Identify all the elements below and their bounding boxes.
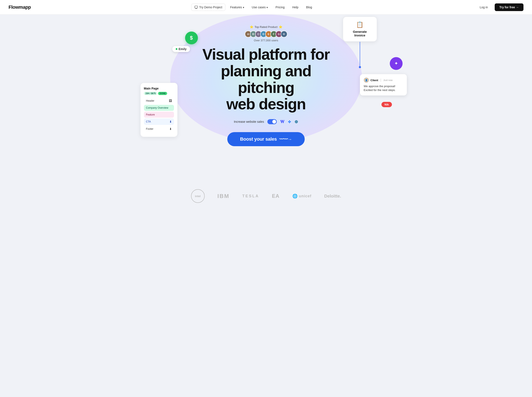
headline-line2: planning and pitching <box>221 62 311 96</box>
try-free-button[interactable]: Try for free → <box>495 3 524 11</box>
top-rated-badge: ⭐ Top Rated Product ⭐ <box>250 25 282 29</box>
toggle-label: Increase website sales <box>234 120 264 123</box>
try-free-label: Try for free → <box>499 6 519 9</box>
sidebar-mock-item-header: Header 🖼 <box>144 98 174 104</box>
emily-tag: Emily <box>172 46 190 52</box>
unicef-globe-icon: 🌐 <box>292 193 298 198</box>
sidebar-item-footer-label: Footer <box>146 127 154 130</box>
boost-sales-button[interactable]: Boost your sales 〰〰→ <box>227 132 305 146</box>
try-demo-button[interactable]: Try Demo Project <box>191 4 225 11</box>
client-approval-card: 👤 Client | Just now We approve the propo… <box>360 74 407 95</box>
deloitte-logo: Deloitte. <box>324 194 341 198</box>
webflow-icon: 𝐖 <box>280 119 284 124</box>
header-icon: 🖼 <box>169 99 172 103</box>
badge-hours: 15H / $675 <box>144 92 157 95</box>
demo-icon <box>194 6 198 9</box>
unicef-logo: 🌐 unicef <box>292 193 312 198</box>
svg-rect-0 <box>195 6 198 8</box>
client-time: Just now <box>383 79 393 81</box>
tesla-logo: TESLA <box>242 194 259 198</box>
nik-tag: Nik <box>382 102 392 107</box>
toggle-switch[interactable] <box>267 119 277 124</box>
features-nav-link[interactable]: Features <box>227 4 247 11</box>
sidebar-item-cta-label: CTA <box>146 120 151 123</box>
badge-done: DONE <box>158 92 167 95</box>
login-button[interactable]: Log in <box>476 4 492 11</box>
intel-logo: intel <box>191 189 205 203</box>
wordpress-icon: ⊕ <box>294 119 298 124</box>
dollar-bubble: $ <box>185 31 198 44</box>
sidebar-mock-item-cta: CTA ⬇ <box>144 118 174 125</box>
emily-status-dot <box>176 48 177 50</box>
invoice-card: 📋 GenerateInvoice <box>343 17 377 42</box>
sidebar-item-header-label: Header <box>146 99 154 102</box>
avatar-8: H <box>281 31 288 37</box>
help-nav-link[interactable]: Help <box>289 4 301 11</box>
use-cases-label: Use cases <box>252 6 266 9</box>
ibm-logo: IBM <box>218 193 230 199</box>
logo: Flowmapp <box>8 5 31 10</box>
badge-text: Top Rated Product <box>255 25 278 29</box>
connector-line <box>360 42 360 67</box>
sidebar-mock-item-footer: Footer ⬇ <box>144 126 174 132</box>
use-cases-chevron-icon <box>267 6 268 9</box>
nav-right: Log in Try for free → <box>476 3 524 11</box>
try-demo-label: Try Demo Project <box>199 6 222 9</box>
sidebar-page-title: Main Page <box>144 87 174 90</box>
star-icon-right: ⭐ <box>279 25 282 29</box>
sidebar-item-company-label: Company Overview <box>146 106 169 109</box>
nik-label: Nik <box>384 103 389 106</box>
sidebar-mock-item-company: Company Overview <box>144 105 174 111</box>
ea-logo: EA <box>272 193 279 199</box>
headline-line1: Visual platform for <box>202 46 330 63</box>
sidebar-mockup: Main Page 15H / $675 DONE Header 🖼 Compa… <box>140 83 178 137</box>
sidebar-item-feature-label: Feature <box>146 113 155 116</box>
user-avatars: A B C D E F G H <box>245 31 288 37</box>
hero-headline: Visual platform for planning and pitchin… <box>192 46 341 112</box>
star-bubble: ✦ <box>390 57 403 70</box>
sidebar-badges: 15H / $675 DONE <box>144 92 174 95</box>
navigation: Flowmapp Try Demo Project Features Use c… <box>0 0 532 14</box>
headline-line3: web design <box>226 95 306 112</box>
client-name: Client <box>371 79 378 82</box>
help-label: Help <box>292 6 299 9</box>
toggle-row: Increase website sales 𝐖 ⟡ ⊕ <box>234 119 298 124</box>
cta-wave-icon: 〰〰→ <box>279 137 292 142</box>
nav-center: Try Demo Project Features Use cases Pric… <box>191 4 315 11</box>
cta-icon: ⬇ <box>169 120 172 123</box>
features-chevron-icon <box>243 6 244 9</box>
blog-nav-link[interactable]: Blog <box>303 4 315 11</box>
hero-section: $ Emily 📋 GenerateInvoice ✦ 👤 Client | J… <box>0 14 532 181</box>
cta-label: Boost your sales <box>240 136 277 142</box>
client-header: 👤 Client | Just now <box>364 78 403 83</box>
sidebar-mock-item-feature: Feature <box>144 112 174 118</box>
connector-dot <box>359 66 361 68</box>
features-label: Features <box>230 6 242 9</box>
client-avatar: 👤 <box>364 78 369 83</box>
client-message: We approve the proposal! Excited for the… <box>364 84 403 92</box>
toggle-knob <box>272 120 276 124</box>
footer-icon: ⬇ <box>169 127 172 131</box>
emily-label: Emily <box>179 47 187 51</box>
pricing-nav-link[interactable]: Pricing <box>273 4 288 11</box>
hero-content: ⭐ Top Rated Product ⭐ A B C D E F G H Ov… <box>192 25 341 146</box>
users-count: Over 377,000 users <box>254 39 278 42</box>
blog-label: Blog <box>306 6 312 9</box>
use-cases-nav-link[interactable]: Use cases <box>249 4 271 11</box>
star-icon-left: ⭐ <box>250 25 253 29</box>
logos-section: intel IBM TESLA EA 🌐 unicef Deloitte. <box>0 181 532 216</box>
framer-icon: ⟡ <box>288 119 291 124</box>
invoice-icon: 📋 <box>349 21 371 28</box>
invoice-title: GenerateInvoice <box>349 30 371 37</box>
pricing-label: Pricing <box>275 6 285 9</box>
